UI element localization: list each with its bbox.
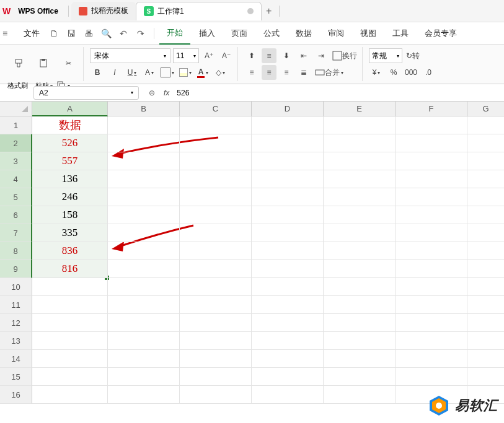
select-all-corner[interactable] xyxy=(0,102,32,116)
merge-button[interactable]: 合并▾ xyxy=(314,65,345,80)
cell[interactable] xyxy=(180,134,252,152)
cell[interactable] xyxy=(324,242,396,260)
font-name-select[interactable]: 宋体▾ xyxy=(90,48,170,63)
cell[interactable] xyxy=(180,278,252,296)
fill-color-button[interactable]: ▾ xyxy=(178,65,193,80)
column-header[interactable]: B xyxy=(108,102,180,116)
row-header[interactable]: 6 xyxy=(0,206,32,224)
decrease-font-button[interactable]: A⁻ xyxy=(219,48,234,63)
row-header[interactable]: 11 xyxy=(0,296,32,314)
cell[interactable]: 526 xyxy=(32,134,108,152)
format-painter-button[interactable] xyxy=(7,48,30,78)
cell[interactable] xyxy=(396,152,467,170)
cell[interactable] xyxy=(32,332,108,350)
cell[interactable] xyxy=(396,296,467,314)
cell[interactable] xyxy=(32,368,108,386)
cell[interactable] xyxy=(108,224,180,242)
align-middle-button[interactable]: ≡ xyxy=(262,48,276,63)
tab-wps[interactable]: WPS Office xyxy=(11,2,66,20)
font-style-button[interactable]: A▾ xyxy=(142,65,157,80)
cell[interactable] xyxy=(467,296,504,314)
cell[interactable] xyxy=(108,278,180,296)
cell[interactable] xyxy=(467,368,504,386)
cell[interactable] xyxy=(396,314,467,332)
cell[interactable]: 335 xyxy=(32,224,108,242)
row-header[interactable]: 7 xyxy=(0,224,32,242)
cell[interactable] xyxy=(396,206,467,224)
align-left-button[interactable]: ≡ xyxy=(244,65,259,80)
cell[interactable] xyxy=(396,260,467,278)
align-center-button[interactable]: ≡ xyxy=(262,65,276,80)
currency-button[interactable]: ¥▾ xyxy=(369,65,384,80)
cell[interactable] xyxy=(252,278,324,296)
cell[interactable] xyxy=(252,152,324,170)
cell[interactable] xyxy=(396,134,467,152)
cell[interactable] xyxy=(32,314,108,332)
cell[interactable] xyxy=(467,188,504,206)
cell[interactable] xyxy=(108,134,180,152)
align-bottom-button[interactable]: ⬇ xyxy=(279,48,294,63)
cell[interactable] xyxy=(324,368,396,386)
wrap-button[interactable]: 换行 xyxy=(331,48,358,63)
cell[interactable] xyxy=(324,206,396,224)
menu-review[interactable]: 审阅 xyxy=(321,22,351,45)
cell[interactable] xyxy=(252,188,324,206)
row-header[interactable]: 5 xyxy=(0,188,32,206)
cell[interactable] xyxy=(467,116,504,134)
tab-template[interactable]: 找稻壳模板 xyxy=(71,2,136,20)
cell[interactable] xyxy=(108,314,180,332)
cell[interactable]: 246 xyxy=(32,188,108,206)
redo-icon[interactable]: ↷ xyxy=(133,25,149,41)
cell[interactable] xyxy=(467,332,504,350)
cell[interactable] xyxy=(467,224,504,242)
cell[interactable] xyxy=(324,170,396,188)
cell[interactable] xyxy=(252,350,324,368)
font-color-button[interactable]: A▾ xyxy=(195,65,210,80)
menu-start[interactable]: 开始 xyxy=(159,22,190,45)
cell[interactable] xyxy=(180,314,252,332)
increase-font-button[interactable]: A⁺ xyxy=(201,48,216,63)
cell[interactable] xyxy=(108,296,180,314)
row-header[interactable]: 4 xyxy=(0,170,32,188)
row-header[interactable]: 13 xyxy=(0,332,32,350)
add-tab-button[interactable]: + xyxy=(262,4,276,19)
hamburger-icon[interactable]: ≡ xyxy=(2,28,17,38)
cell[interactable] xyxy=(108,260,180,278)
cell[interactable] xyxy=(32,296,108,314)
cell[interactable] xyxy=(396,350,467,368)
row-header[interactable]: 1 xyxy=(0,116,32,134)
new-icon[interactable]: 🗋 xyxy=(46,25,62,41)
preview-icon[interactable]: 🔍 xyxy=(98,25,114,41)
cell[interactable] xyxy=(252,116,324,134)
column-header[interactable]: G xyxy=(467,102,504,116)
undo-icon[interactable]: ↶ xyxy=(115,25,131,41)
comma-button[interactable]: 000 xyxy=(404,65,418,80)
indent-dec-button[interactable]: ⇤ xyxy=(296,48,311,63)
menu-formula[interactable]: 公式 xyxy=(256,22,287,45)
menu-view[interactable]: 视图 xyxy=(353,22,384,45)
column-header[interactable]: F xyxy=(396,102,467,116)
cell[interactable] xyxy=(324,152,396,170)
cell[interactable] xyxy=(396,368,467,386)
menu-page[interactable]: 页面 xyxy=(224,22,255,45)
menu-file[interactable]: 文件 xyxy=(19,28,45,39)
cell[interactable] xyxy=(180,170,252,188)
cell[interactable]: 数据 xyxy=(32,116,108,134)
cell[interactable]: 136 xyxy=(32,170,108,188)
distribute-button[interactable]: ≣ xyxy=(296,65,311,80)
cell[interactable] xyxy=(180,296,252,314)
cell[interactable] xyxy=(324,386,396,404)
cut-button[interactable]: ✂ xyxy=(57,48,79,78)
cell[interactable] xyxy=(180,206,252,224)
cell[interactable] xyxy=(108,386,180,404)
cell[interactable] xyxy=(396,332,467,350)
cell[interactable] xyxy=(396,278,467,296)
cell[interactable] xyxy=(324,350,396,368)
row-header[interactable]: 14 xyxy=(0,350,32,368)
underline-button[interactable]: U▾ xyxy=(125,65,139,80)
cell[interactable] xyxy=(108,332,180,350)
cell[interactable] xyxy=(324,278,396,296)
column-header[interactable]: A xyxy=(32,102,108,116)
row-header[interactable]: 9 xyxy=(0,260,32,278)
cell[interactable] xyxy=(108,242,180,260)
